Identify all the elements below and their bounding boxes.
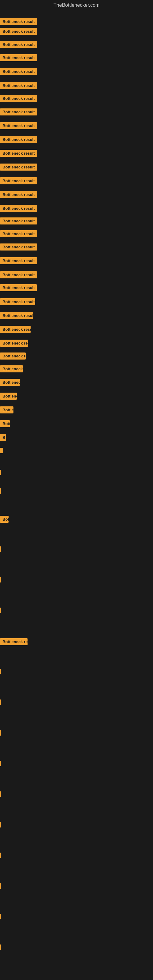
bottleneck-item-25[interactable]: Bottleneck result — [0, 340, 28, 348]
bottleneck-badge-21: Bottleneck result — [0, 284, 37, 291]
bottleneck-item-8[interactable]: Bottleneck result — [0, 108, 37, 117]
bottleneck-badge-16: Bottleneck result — [0, 218, 37, 224]
bottleneck-item-22[interactable]: Bottleneck result — [0, 298, 35, 307]
bottleneck-badge-6: Bottleneck result — [0, 82, 37, 89]
bottleneck-item-12[interactable]: Bottleneck result — [0, 164, 37, 172]
bottleneck-badge-25: Bottleneck result — [0, 340, 28, 347]
bottleneck-badge-8: Bottleneck result — [0, 108, 37, 115]
bottleneck-item-33[interactable] — [0, 448, 3, 453]
bottleneck-badge-12: Bottleneck result — [0, 164, 37, 170]
bottleneck-badge-22: Bottleneck result — [0, 298, 35, 305]
bottleneck-item-49[interactable] — [0, 914, 1, 920]
bottleneck-item-40[interactable]: Bottleneck re — [0, 638, 27, 646]
bottleneck-badge-11: Bottleneck result — [0, 150, 37, 157]
bottleneck-badge-2: Bottleneck result — [0, 28, 37, 35]
bottleneck-item-5[interactable]: Bottleneck result — [0, 68, 37, 76]
bottleneck-badge-36: Bot — [0, 516, 9, 523]
bottleneck-item-17[interactable]: Bottleneck result — [0, 230, 37, 239]
bottleneck-item-1[interactable]: Bottleneck result — [0, 18, 37, 26]
bottleneck-item-50[interactable] — [0, 945, 1, 950]
bottleneck-item-30[interactable]: Bottleneck result — [0, 406, 13, 415]
bottleneck-badge-29: Bottleneck result — [0, 393, 17, 400]
bottleneck-badge-30: Bottleneck result — [0, 406, 13, 414]
bottleneck-item-2[interactable]: Bottleneck result — [0, 28, 37, 36]
bottleneck-item-11[interactable]: Bottleneck result — [0, 150, 37, 158]
bottleneck-badge-28: Bottleneck result — [0, 379, 20, 386]
bottleneck-badge-17: Bottleneck result — [0, 230, 37, 237]
bottleneck-item-45[interactable] — [0, 791, 1, 797]
bottleneck-item-21[interactable]: Bottleneck result — [0, 284, 37, 293]
bottleneck-item-31[interactable]: Bottleneck result — [0, 420, 10, 428]
bottleneck-badge-1: Bottleneck result — [0, 18, 37, 25]
bottleneck-item-28[interactable]: Bottleneck result — [0, 379, 20, 387]
bottleneck-badge-14: Bottleneck result — [0, 191, 37, 198]
bottleneck-item-16[interactable]: Bottleneck result — [0, 218, 37, 226]
bottleneck-badge-27: Bottleneck result — [0, 365, 23, 372]
bottleneck-badge-40: Bottleneck re — [0, 638, 27, 645]
bottleneck-item-3[interactable]: Bottleneck result — [0, 41, 37, 49]
bottleneck-badge-3: Bottleneck result — [0, 41, 37, 48]
bottleneck-badge-23: Bottleneck result — [0, 312, 33, 319]
bottleneck-badge-4: Bottleneck result — [0, 54, 37, 61]
bottleneck-item-29[interactable]: Bottleneck result — [0, 393, 17, 401]
bottleneck-badge-26: Bottleneck result — [0, 353, 26, 360]
bottleneck-badge-32: B — [0, 434, 6, 441]
bottleneck-item-32[interactable]: B — [0, 434, 6, 442]
bottleneck-item-38[interactable] — [0, 577, 1, 582]
bottleneck-item-15[interactable]: Bottleneck result — [0, 205, 37, 213]
bottleneck-item-23[interactable]: Bottleneck result — [0, 312, 33, 320]
bottleneck-badge-19: Bottleneck result — [0, 257, 37, 264]
bottleneck-item-43[interactable] — [0, 730, 1, 736]
bottleneck-badge-9: Bottleneck result — [0, 122, 37, 129]
bottleneck-badge-7: Bottleneck result — [0, 95, 37, 102]
bottleneck-item-9[interactable]: Bottleneck result — [0, 122, 37, 130]
bottleneck-item-39[interactable] — [0, 608, 1, 613]
bottleneck-badge-31: Bottleneck result — [0, 420, 10, 427]
bottleneck-badge-18: Bottleneck result — [0, 243, 37, 250]
bottleneck-item-6[interactable]: Bottleneck result — [0, 82, 37, 90]
bottleneck-item-46[interactable] — [0, 822, 1, 827]
bottleneck-item-37[interactable] — [0, 546, 1, 552]
bottleneck-item-44[interactable] — [0, 761, 1, 766]
bottleneck-item-41[interactable] — [0, 669, 1, 675]
bottleneck-badge-15: Bottleneck result — [0, 205, 37, 212]
bottleneck-item-7[interactable]: Bottleneck result — [0, 95, 37, 103]
bottleneck-item-20[interactable]: Bottleneck result — [0, 271, 37, 280]
bottleneck-item-13[interactable]: Bottleneck result — [0, 177, 37, 186]
bottleneck-item-48[interactable] — [0, 883, 1, 889]
bottleneck-item-42[interactable] — [0, 700, 1, 705]
bottleneck-badge-24: Bottleneck result — [0, 326, 30, 333]
site-title: TheBottlenecker.com — [0, 0, 153, 10]
bottleneck-item-4[interactable]: Bottleneck result — [0, 54, 37, 62]
bottleneck-badge-10: Bottleneck result — [0, 136, 37, 143]
bottleneck-item-34[interactable] — [0, 470, 1, 475]
bottleneck-item-24[interactable]: Bottleneck result — [0, 326, 30, 334]
bottleneck-item-18[interactable]: Bottleneck result — [0, 243, 37, 252]
bottleneck-item-19[interactable]: Bottleneck result — [0, 257, 37, 266]
bottleneck-item-26[interactable]: Bottleneck result — [0, 353, 26, 361]
bottleneck-item-36[interactable]: Bot — [0, 516, 9, 524]
bottleneck-item-14[interactable]: Bottleneck result — [0, 191, 37, 199]
bottleneck-item-35[interactable] — [0, 488, 1, 494]
bottleneck-badge-13: Bottleneck result — [0, 177, 37, 185]
bottleneck-item-47[interactable] — [0, 853, 1, 858]
bottleneck-badge-20: Bottleneck result — [0, 271, 37, 278]
bottleneck-item-10[interactable]: Bottleneck result — [0, 136, 37, 144]
bottleneck-item-27[interactable]: Bottleneck result — [0, 365, 23, 374]
bottleneck-badge-5: Bottleneck result — [0, 68, 37, 75]
